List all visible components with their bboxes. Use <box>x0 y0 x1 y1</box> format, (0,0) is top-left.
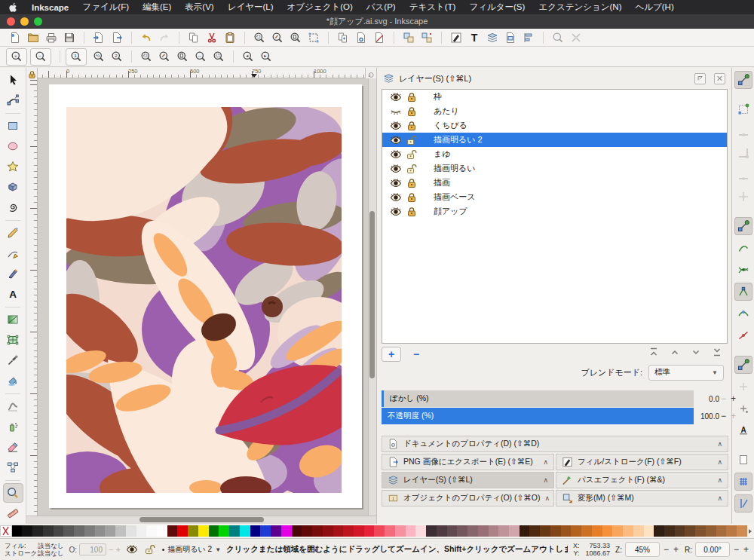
palette-swatch[interactable] <box>509 525 520 537</box>
lock-closed-icon[interactable] <box>406 177 418 189</box>
layer-row[interactable]: くちびる <box>382 118 727 133</box>
palette-swatch[interactable] <box>520 525 530 537</box>
measure-tool[interactable] <box>3 503 23 523</box>
layer-row[interactable]: 描画明るい <box>382 161 727 176</box>
palette-swatch[interactable] <box>529 525 540 537</box>
horizontal-ruler[interactable]: 0 250 500 750 1000 <box>38 68 365 78</box>
paste-button[interactable] <box>221 29 239 45</box>
menu-item[interactable]: ファイル(F) <box>82 2 129 13</box>
palette-scroll-arrow[interactable] <box>747 525 754 537</box>
palette-swatch[interactable] <box>333 525 344 537</box>
zoom-in-button[interactable]: + <box>6 48 27 66</box>
zoom-tool[interactable] <box>3 483 23 503</box>
blend-mode-select[interactable]: 標準 ▼ <box>648 365 724 381</box>
snap-bbox-corners-button[interactable] <box>734 144 752 162</box>
palette-swatch[interactable] <box>602 525 613 537</box>
palette-swatch[interactable] <box>12 525 23 537</box>
palette-swatch[interactable] <box>209 525 219 537</box>
paint-bucket-tool[interactable] <box>3 371 23 390</box>
duplicate-button[interactable] <box>334 29 352 45</box>
palette-swatch[interactable] <box>706 525 716 537</box>
menu-item[interactable]: オブジェクト(O) <box>287 2 353 13</box>
visibility-on-icon[interactable] <box>390 177 402 189</box>
text-tool[interactable]: A <box>3 284 23 304</box>
ellipse-tool[interactable] <box>3 136 23 156</box>
canvas-viewport[interactable] <box>38 78 368 516</box>
text-dialog-button[interactable]: T <box>465 29 483 45</box>
blur-slider[interactable]: ぼかし (%) 0.0 −+ <box>382 390 694 407</box>
snap-bbox-centers-button[interactable] <box>734 188 752 206</box>
opacity-field-increment[interactable]: + <box>115 545 120 554</box>
copy-button[interactable] <box>185 29 203 45</box>
panel-header[interactable]: パスエフェクト(F) (⌘&) ∧ <box>556 472 728 488</box>
snap-smooth-nodes-button[interactable] <box>734 304 752 323</box>
undo-button[interactable] <box>137 29 155 45</box>
palette-swatch[interactable] <box>229 525 240 537</box>
canvas-page[interactable] <box>49 84 362 508</box>
eraser-tool[interactable] <box>3 437 23 457</box>
zoom-2-1-button[interactable]: 2 <box>108 49 126 65</box>
align-distribute-button[interactable] <box>520 29 538 45</box>
palette-swatch[interactable] <box>260 525 271 537</box>
palette-swatch[interactable] <box>540 525 550 537</box>
palette-swatch[interactable] <box>395 525 406 537</box>
apple-menu-icon[interactable] <box>9 2 21 13</box>
palette-swatch[interactable] <box>74 525 84 537</box>
palette-swatch[interactable] <box>115 525 126 537</box>
maximize-window-button[interactable] <box>34 17 42 26</box>
blur-decrement-button[interactable]: − <box>721 393 726 404</box>
clone-button[interactable] <box>352 29 370 45</box>
palette-swatch[interactable] <box>415 525 426 537</box>
horizontal-scrollbar[interactable] <box>26 516 376 524</box>
visibility-on-icon[interactable] <box>390 134 402 146</box>
snap-bbox-edges-button[interactable] <box>734 122 752 140</box>
palette-swatch[interactable] <box>592 525 602 537</box>
palette-swatch[interactable] <box>250 525 261 537</box>
palette-swatch[interactable] <box>695 525 706 537</box>
snap-nodes-button[interactable] <box>734 217 752 235</box>
menu-item[interactable]: レイヤー(L) <box>228 2 274 13</box>
palette-swatch[interactable] <box>105 525 115 537</box>
snap-bbox-edge-midpoints-button[interactable] <box>734 166 752 184</box>
zoom-drawing-button[interactable] <box>155 49 173 65</box>
tweak-tool[interactable] <box>3 396 23 416</box>
ruler-lock-icon[interactable] <box>26 68 38 79</box>
import-button[interactable] <box>90 29 108 45</box>
visibility-on-icon[interactable] <box>390 191 402 203</box>
zoom-1-2-button[interactable]: ½ <box>90 49 108 65</box>
palette-swatch[interactable] <box>716 525 727 537</box>
palette-swatch[interactable] <box>675 525 685 537</box>
detach-panel-button[interactable] <box>694 73 706 84</box>
palette-swatch[interactable] <box>126 525 136 537</box>
palette-swatch[interactable] <box>343 525 354 537</box>
zoom-previous-button[interactable]: ◂ <box>239 49 257 65</box>
zoom-increment-button[interactable]: + <box>673 544 679 555</box>
visibility-on-icon[interactable] <box>390 148 402 161</box>
raise-layer-button[interactable] <box>668 345 682 359</box>
opacity-slider[interactable]: 不透明度 (%) 100.0 −+ <box>382 408 694 424</box>
palette-swatch[interactable] <box>550 525 561 537</box>
horizontal-scrollbar-thumb[interactable] <box>139 517 264 522</box>
center-page-button[interactable] <box>210 49 228 65</box>
node-editor-tool[interactable] <box>3 90 23 110</box>
open-button[interactable] <box>24 29 42 45</box>
palette-swatch[interactable] <box>43 525 54 537</box>
find-replace-button[interactable] <box>549 29 567 45</box>
snap-grids-button[interactable] <box>734 473 752 491</box>
ungroup-button[interactable] <box>418 29 436 45</box>
palette-swatch[interactable] <box>281 525 292 537</box>
remove-layer-button[interactable]: − <box>407 347 425 361</box>
palette-swatch[interactable] <box>198 525 209 537</box>
lock-open-icon[interactable] <box>406 163 418 175</box>
visibility-off-icon[interactable] <box>390 106 402 118</box>
palette-swatch[interactable] <box>612 525 623 537</box>
palette-none-swatch[interactable] <box>0 525 12 537</box>
zoom-drawing-button[interactable] <box>268 29 287 45</box>
lock-closed-icon[interactable] <box>406 191 418 203</box>
layer-lock-toggle[interactable] <box>144 543 157 556</box>
layer-visibility-toggle[interactable] <box>126 543 139 556</box>
close-window-button[interactable] <box>7 17 15 26</box>
palette-swatch[interactable] <box>571 525 581 537</box>
spray-tool[interactable] <box>3 417 23 436</box>
snap-line-midpoints-button[interactable] <box>734 326 752 344</box>
